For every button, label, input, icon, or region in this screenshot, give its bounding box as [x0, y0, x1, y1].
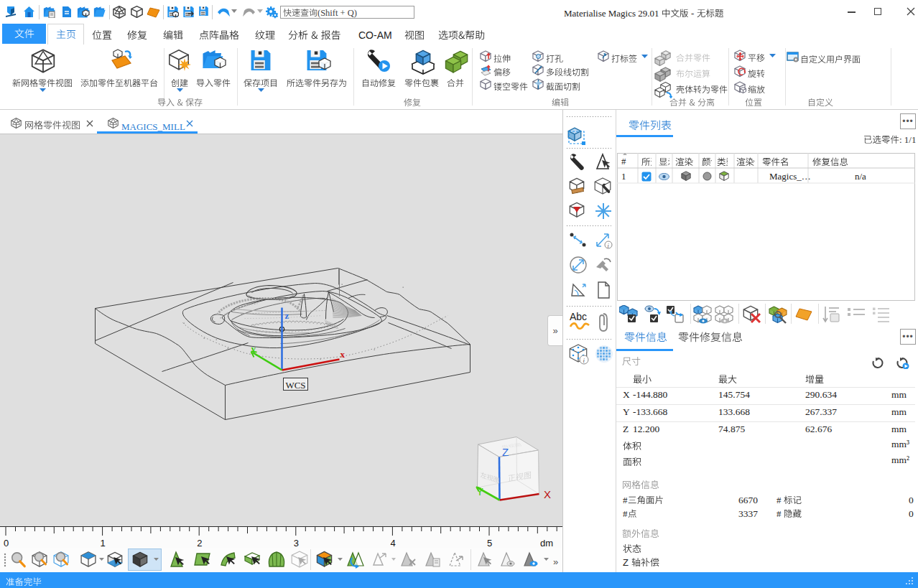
svg-text:x: x	[340, 349, 346, 360]
svg-text:Abc: Abc	[570, 311, 587, 322]
svg-text:i: i	[608, 243, 609, 249]
svg-text:Y: Y	[476, 485, 483, 498]
svg-text:z: z	[285, 310, 289, 321]
svg-text:X: X	[544, 488, 551, 500]
svg-text:y: y	[251, 343, 256, 354]
